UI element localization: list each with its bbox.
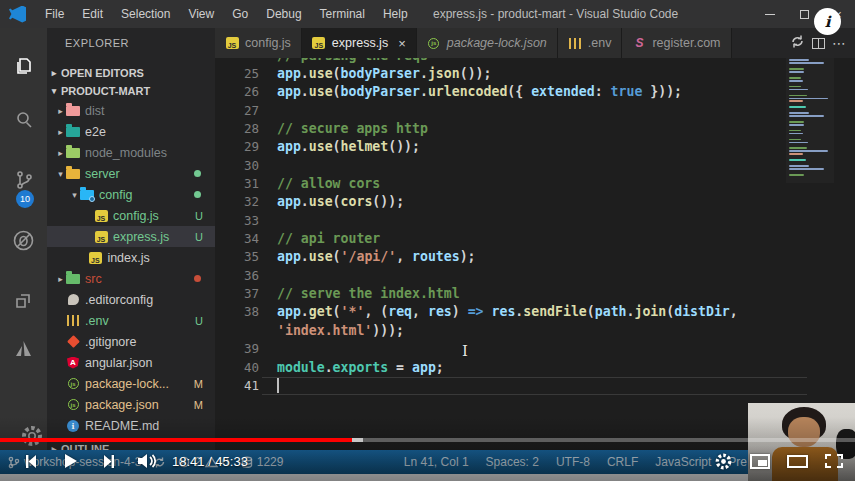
tree-item-src[interactable]: ▸src	[47, 268, 215, 289]
code-line-29[interactable]: 29app.use(helmet());	[215, 138, 855, 156]
previous-button[interactable]	[22, 453, 39, 470]
tree-item-config-js[interactable]: JSconfig.jsU	[47, 205, 215, 226]
tree-item-readme-md[interactable]: iREADME.md	[47, 415, 215, 436]
miniplayer-button[interactable]	[750, 454, 770, 469]
project-section[interactable]: ▾ PRODUCT-MART	[47, 81, 215, 100]
open-editors-section[interactable]: ▸ OPEN EDITORS	[47, 63, 215, 82]
menu-item-selection[interactable]: Selection	[112, 7, 179, 21]
tab-express-js[interactable]: JSexpress.js×	[302, 28, 417, 58]
tab-register-com[interactable]: Sregister.com	[622, 28, 731, 58]
code-line-38[interactable]: 38app.get('*', (req, res) => res.sendFil…	[215, 303, 855, 321]
code-line-wrap[interactable]: 'index.html')));	[215, 321, 855, 339]
chevron-right-icon: ▸	[55, 106, 66, 116]
minimap-line	[789, 83, 793, 85]
tree-item-editorconfig[interactable]: .editorconfig	[47, 289, 215, 310]
line-number: 39	[215, 341, 259, 356]
tree-item-index-js[interactable]: JSindex.js	[47, 247, 215, 268]
tabs: JSconfig.jsJSexpress.js×jspackage-lock.j…	[215, 28, 732, 58]
code-line-32[interactable]: 32app.use(cors());	[215, 193, 855, 211]
line-number: 34	[215, 231, 259, 246]
sass-file-icon: S	[632, 37, 646, 50]
line-number: 40	[215, 360, 259, 375]
line-number: 38	[215, 304, 259, 319]
sync-editors-icon[interactable]	[790, 34, 805, 53]
menu-item-edit[interactable]: Edit	[73, 7, 112, 21]
tree-item-express-js[interactable]: JSexpress.jsU	[47, 226, 215, 247]
source-control-badge: 10	[16, 190, 34, 208]
code-line-35[interactable]: 35app.use('/api/', routes);	[215, 248, 855, 266]
tab-package-lock-json[interactable]: jspackage-lock.json	[417, 28, 558, 58]
code-line-28[interactable]: 28// secure apps http	[215, 119, 855, 137]
next-button[interactable]	[101, 453, 118, 470]
tree-item-label: server	[85, 167, 194, 181]
code-line-25[interactable]: 25app.use(bodyParser.json());	[215, 64, 855, 82]
menu-item-go[interactable]: Go	[223, 7, 257, 21]
npm-file-icon: js	[66, 377, 80, 390]
explorer-icon[interactable]	[0, 46, 47, 86]
tree-item-config[interactable]: ▾config	[47, 184, 215, 205]
fullscreen-button[interactable]	[825, 454, 843, 468]
player-controls: 18:41 / 45:33	[0, 448, 855, 474]
code-line-41[interactable]: 41	[215, 376, 855, 394]
azure-icon[interactable]	[0, 328, 47, 368]
code-line-26[interactable]: 26app.use(bodyParser.urlencoded({ extend…	[215, 83, 855, 101]
volume-icon[interactable]	[136, 452, 158, 470]
more-actions-icon[interactable]: ⋯	[832, 35, 847, 51]
minimap-line	[789, 89, 808, 91]
minimize-button[interactable]	[753, 0, 787, 28]
line-number: 29	[215, 139, 259, 154]
code-line-39[interactable]: 39	[215, 340, 855, 358]
tree-item-package-json[interactable]: jspackage.jsonM	[47, 394, 215, 415]
git-file-icon	[66, 335, 80, 348]
minimap-line	[789, 59, 809, 61]
code-line-27[interactable]: 27	[215, 101, 855, 119]
minimap-line	[789, 139, 801, 141]
code-line-37[interactable]: 37// serve the index.html	[215, 284, 855, 302]
split-editor-icon[interactable]	[812, 38, 825, 49]
theater-mode-button[interactable]	[787, 455, 808, 468]
play-button[interactable]	[61, 452, 79, 470]
code-text: app.use(bodyParser.json());	[259, 66, 491, 81]
code-line-36[interactable]: 36	[215, 266, 855, 284]
tree-item-dist[interactable]: ▸dist	[47, 100, 215, 121]
code-text: // allow cors	[259, 176, 380, 191]
tree-item-node-modules[interactable]: ▸node_modules	[47, 142, 215, 163]
tree-item-gitignore[interactable]: .gitignore	[47, 331, 215, 352]
tab-config-js[interactable]: JSconfig.js	[215, 28, 302, 58]
line-number: 28	[215, 121, 259, 136]
tree-item-package-lock[interactable]: jspackage-lock...M	[47, 373, 215, 394]
tree-item-server[interactable]: ▾server	[47, 163, 215, 184]
code-line-31[interactable]: 31// allow cors	[215, 174, 855, 192]
video-progress-bar[interactable]	[0, 438, 855, 442]
tree-item-env[interactable]: .envU	[47, 310, 215, 331]
video-info-icon[interactable]: i	[814, 8, 841, 35]
settings-gear-icon[interactable]	[714, 452, 733, 471]
menu-item-view[interactable]: View	[179, 7, 223, 21]
code-line-30[interactable]: 30	[215, 156, 855, 174]
minimap-line	[789, 174, 804, 176]
menu-item-terminal[interactable]: Terminal	[311, 7, 374, 21]
npm-file-icon: js	[428, 38, 439, 49]
tab-env[interactable]: .env	[558, 28, 623, 58]
tree-item-e2e[interactable]: ▸e2e	[47, 121, 215, 142]
git-status-badge: M	[194, 399, 203, 411]
code-editor[interactable]: // parsing the reqs25app.use(bodyParser.…	[215, 58, 855, 450]
menu-item-file[interactable]: File	[36, 7, 73, 21]
minimap[interactable]	[786, 58, 834, 183]
extensions-icon[interactable]	[0, 280, 47, 320]
search-icon[interactable]	[0, 100, 47, 140]
code-line-33[interactable]: 33	[215, 211, 855, 229]
menu-item-help[interactable]: Help	[374, 7, 417, 21]
minimap-line	[789, 106, 806, 108]
debug-icon[interactable]	[0, 220, 47, 260]
code-line-40[interactable]: 40module.exports = app;	[215, 358, 855, 376]
line-number: 41	[215, 378, 259, 393]
tree-item-label: angular.json	[85, 356, 215, 370]
folder-icon	[66, 127, 80, 137]
menu-item-debug[interactable]: Debug	[257, 7, 310, 21]
code-line-34[interactable]: 34// api router	[215, 229, 855, 247]
close-tab-icon[interactable]: ×	[398, 36, 406, 51]
npm-file-icon: js	[68, 378, 79, 389]
tree-item-angular-json[interactable]: Aangular.json	[47, 352, 215, 373]
tab-label: package-lock.json	[447, 36, 547, 50]
